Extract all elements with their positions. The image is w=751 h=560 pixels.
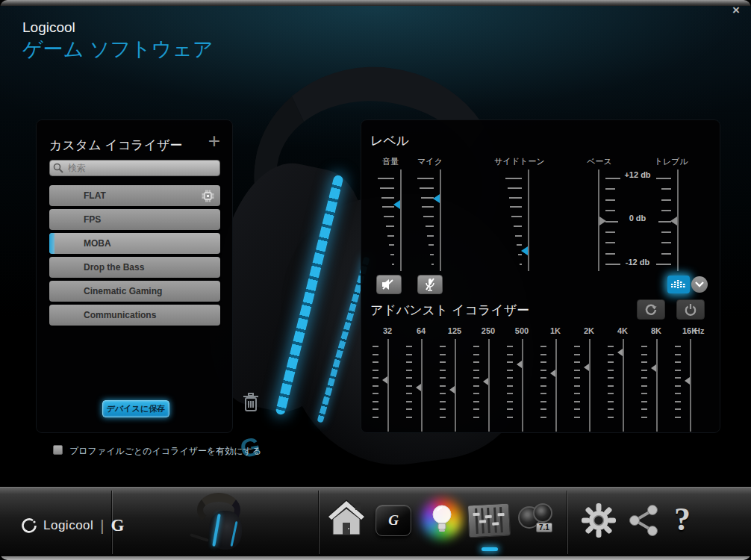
- tab-g-keys[interactable]: G: [376, 505, 411, 536]
- band-32-track[interactable]: [387, 339, 389, 432]
- band-tick: [574, 385, 580, 387]
- band-500-track[interactable]: [522, 339, 523, 432]
- trash-icon: [243, 392, 259, 413]
- preset-item-drop-the-bass[interactable]: Drop the Bass: [49, 257, 220, 278]
- app-title: ゲーム ソフトウェア: [22, 36, 214, 63]
- tab-equalizer[interactable]: [467, 503, 511, 538]
- band-tick: [540, 417, 546, 418]
- logicool-mark-icon: [21, 517, 37, 534]
- speaker-mute-button[interactable]: [376, 275, 402, 294]
- mic-tick: [429, 244, 434, 246]
- preset-item-cinematic-gaming[interactable]: Cinematic Gaming: [49, 281, 220, 302]
- band-250-handle[interactable]: [483, 378, 488, 385]
- band-tick: [507, 377, 513, 379]
- power-equalizer-button[interactable]: [676, 299, 705, 320]
- band-tick: [574, 370, 580, 371]
- reset-equalizer-button[interactable]: [637, 299, 665, 320]
- save-to-device-button[interactable]: デバイスに保存: [102, 400, 169, 417]
- preset-item-communications[interactable]: Communications: [49, 305, 220, 326]
- mic-mute-button[interactable]: [417, 275, 443, 294]
- volume-tick: [387, 235, 394, 237]
- band-4K-track[interactable]: [623, 339, 624, 432]
- db-label-1: 0 db: [615, 214, 660, 223]
- preset-item-flat[interactable]: FLAT: [49, 185, 220, 206]
- levels-panel: レベル 音量マイクサイドトーンベーストレブル+12 db0 db-12 db: [361, 119, 720, 433]
- sidetone-slider-handle[interactable]: [521, 246, 528, 255]
- add-preset-button[interactable]: +: [204, 131, 225, 152]
- band-8K-handle[interactable]: [651, 364, 656, 372]
- tab-surround[interactable]: 7.1: [517, 502, 555, 538]
- band-250-track[interactable]: [488, 339, 490, 432]
- band-2K-handle[interactable]: [584, 364, 589, 371]
- mic-slider-handle[interactable]: [433, 194, 440, 203]
- band-tick: [406, 361, 412, 363]
- band-tick: [473, 417, 479, 418]
- treble-label: トレブル: [641, 156, 701, 167]
- band-tick: [608, 370, 614, 371]
- g-key-icon: G: [388, 512, 399, 529]
- preset-label: Cinematic Gaming: [84, 286, 162, 296]
- band-tick: [373, 417, 378, 418]
- mic-tick: [423, 216, 434, 217]
- band-4K-handle[interactable]: [617, 349, 623, 356]
- custom-equalizer-title: カスタム イコライザー: [49, 137, 182, 154]
- mic-slider-track[interactable]: [440, 169, 441, 271]
- band-tick: [574, 361, 580, 363]
- volume-slider-handle[interactable]: [393, 200, 400, 209]
- share-button[interactable]: [629, 505, 658, 539]
- sidetone-slider-track[interactable]: [528, 169, 529, 271]
- band-1K-track[interactable]: [555, 339, 557, 432]
- mic-tick: [422, 206, 434, 208]
- band-tick: [641, 377, 647, 379]
- band-16K-track[interactable]: [690, 339, 691, 432]
- band-tick: [373, 354, 378, 355]
- equalizer-toggle-button[interactable]: [667, 276, 690, 293]
- close-button[interactable]: ×: [728, 3, 744, 18]
- volume-tick: [381, 197, 394, 199]
- search-input[interactable]: [49, 160, 220, 176]
- mic-tick: [426, 225, 434, 227]
- band-64-track[interactable]: [421, 339, 423, 432]
- band-32-handle[interactable]: [382, 376, 387, 384]
- band-2K-track[interactable]: [589, 339, 590, 432]
- preset-item-fps[interactable]: FPS: [49, 209, 220, 230]
- band-125-track[interactable]: [455, 339, 456, 432]
- mic-tick: [417, 178, 434, 179]
- band-tick: [406, 370, 412, 371]
- band-16K-handle[interactable]: [685, 377, 690, 385]
- band-125-handle[interactable]: [449, 386, 455, 393]
- logicool-g-logo: Logicool | G: [21, 516, 124, 535]
- help-button[interactable]: ?: [674, 500, 691, 538]
- band-tick: [540, 393, 546, 394]
- bass-tick: [605, 242, 615, 243]
- collapse-levels-button[interactable]: [691, 276, 708, 293]
- bass-tick: [605, 231, 615, 233]
- tab-home[interactable]: [327, 499, 366, 539]
- db-label-0: +12 db: [615, 170, 660, 179]
- advanced-equalizer-title: アドバンスト イコライザー: [370, 302, 529, 319]
- device-thumbnail[interactable]: [184, 491, 255, 553]
- volume-slider-track[interactable]: [400, 169, 402, 271]
- band-tick: [608, 377, 614, 379]
- settings-button[interactable]: [582, 503, 616, 541]
- band-tick: [675, 370, 681, 371]
- band-tick: [540, 354, 546, 355]
- band-tick: [440, 408, 446, 410]
- profile-equalizer-checkbox[interactable]: [53, 445, 63, 455]
- mic-mute-icon: [424, 278, 436, 291]
- db-label-2: -12 db: [615, 258, 660, 267]
- treble-slider-handle[interactable]: [670, 217, 677, 225]
- band-64-handle[interactable]: [416, 384, 421, 391]
- band-tick: [641, 361, 647, 363]
- treble-slider-track[interactable]: [677, 169, 679, 271]
- preset-item-moba[interactable]: MOBA: [49, 233, 220, 254]
- band-500-handle[interactable]: [517, 361, 522, 368]
- freq-label-32: 32: [373, 326, 402, 335]
- band-tick: [440, 377, 446, 379]
- bass-slider-handle[interactable]: [599, 217, 606, 225]
- band-8K-track[interactable]: [656, 339, 658, 432]
- tab-lighting[interactable]: [422, 499, 462, 539]
- band-tick: [574, 417, 580, 418]
- band-1K-handle[interactable]: [550, 370, 555, 377]
- band-tick: [473, 385, 479, 387]
